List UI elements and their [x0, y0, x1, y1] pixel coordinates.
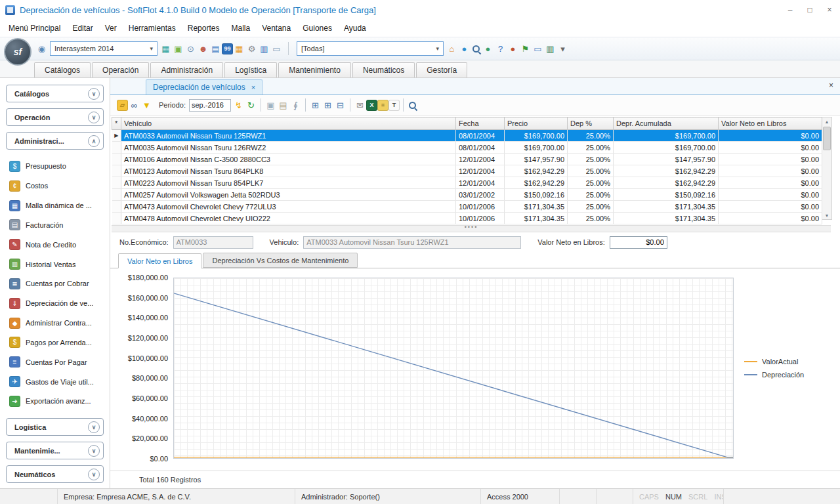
menu-item-ayuda[interactable]: Ayuda	[338, 22, 372, 35]
bug-icon[interactable]: ●	[507, 43, 519, 54]
help-icon[interactable]: ?	[494, 43, 507, 54]
clock-icon[interactable]: ⊙	[184, 43, 197, 54]
schedule-icon[interactable]: ▦	[233, 43, 245, 54]
number-99-icon[interactable]: 99	[222, 43, 233, 54]
menu-item-malla[interactable]: Malla	[225, 22, 256, 35]
chevron-down-icon[interactable]: ∨	[88, 88, 100, 100]
table-row[interactable]: ATM0223 Automovil Nissan Tsuru 854PLK712…	[112, 177, 822, 189]
sidebar-item-historial-ventas[interactable]: ▥Historial Ventas	[6, 259, 104, 270]
gear-icon[interactable]: ⚙	[245, 43, 258, 54]
ribbon-tab-mantenimiento[interactable]: Mantenimiento	[278, 62, 351, 77]
home-icon[interactable]: ⌂	[446, 43, 458, 54]
panel-close-icon[interactable]: ×	[829, 81, 833, 90]
users-icon[interactable]: ☻	[197, 43, 209, 54]
grid-marker-header[interactable]: *	[112, 117, 121, 130]
sidebar-section-mantenimie[interactable]: Mantenimie...∨	[6, 442, 104, 459]
monitor-icon[interactable]: ▭	[270, 43, 283, 54]
close-button[interactable]: ×	[824, 5, 835, 14]
library-icon[interactable]: ▥	[544, 43, 556, 54]
grid-vertical-scrollbar[interactable]: ▲ ▼	[822, 117, 832, 220]
ribbon-tab-gestoría[interactable]: Gestoría	[416, 62, 467, 77]
apply-lightning-icon[interactable]: ↯	[232, 99, 245, 111]
sidebar-item-facturación[interactable]: ▤Facturación	[6, 219, 104, 230]
menu-item-herramientas[interactable]: Herramientas	[123, 22, 182, 35]
menu-item-ventana[interactable]: Ventana	[256, 22, 297, 35]
menu-item-ver[interactable]: Ver	[99, 22, 123, 35]
sidebar-item-nota-de-credito[interactable]: ✎Nota de Credito	[6, 239, 104, 250]
tab-depreciacion-vehiculos[interactable]: Depreciación de vehículos ×	[146, 79, 262, 94]
image-icon[interactable]: ▣	[264, 99, 277, 111]
chart-tab-valor-neto-en-libros[interactable]: Valor Neto en Libros	[118, 253, 201, 268]
tree-collapse-icon[interactable]: ⊟	[334, 99, 346, 111]
session-status-icon[interactable]: ◉	[35, 43, 48, 54]
refresh-icon[interactable]: ↻	[245, 99, 257, 111]
column-header-dep[interactable]: Dep %	[568, 117, 614, 130]
sidebar-item-presupuesto[interactable]: $Presupuesto	[6, 161, 104, 172]
chevron-down-icon[interactable]: ∨	[88, 445, 100, 457]
photo-icon[interactable]: ▣	[172, 43, 184, 54]
ribbon-tab-operación[interactable]: Operación	[92, 62, 149, 77]
txt-export-icon[interactable]: T	[388, 100, 400, 111]
open-folder-icon[interactable]: ▱	[117, 100, 128, 111]
mail-icon[interactable]: ✉	[354, 99, 366, 111]
sidebar-section-logistica[interactable]: Logistica∨	[6, 418, 104, 436]
chevron-up-icon[interactable]: ∧	[88, 135, 100, 147]
table-row[interactable]: ATM0106 Automovil Nissan C-3500 2880CC31…	[112, 154, 822, 165]
ribbon-tab-neumáticos[interactable]: Neumáticos	[352, 62, 415, 77]
scroll-up-icon[interactable]: ▲	[825, 117, 830, 125]
flag-icon[interactable]: ⚑	[519, 43, 532, 54]
preview-icon[interactable]	[407, 100, 418, 111]
restore-button[interactable]: □	[805, 5, 815, 14]
sidebar-item-pagos-por-arrenda[interactable]: $Pagos por Arrenda...	[6, 337, 104, 348]
chevron-down-icon[interactable]: ∨	[88, 421, 100, 433]
columns-icon[interactable]: ▥	[258, 43, 270, 54]
scroll-down-icon[interactable]: ▼	[825, 211, 830, 219]
menu-item-guiones[interactable]: Guiones	[297, 22, 338, 35]
tree-add-icon[interactable]: ⊞	[322, 99, 334, 111]
notes-icon[interactable]: ≡	[377, 100, 388, 111]
table-row[interactable]: ATM0473 Automovil Chevrolet Chevy 772ULU…	[112, 201, 822, 213]
filter-icon[interactable]: ▼	[140, 99, 153, 111]
sidebar-item-malla-dinámica-de[interactable]: ▦Malla dinámica de ...	[6, 200, 104, 211]
sidebar-item-cuentas-por-cobrar[interactable]: ≣Cuentas por Cobrar	[6, 278, 104, 289]
sidebar-item-cuentas-por-pagar[interactable]: ≡Cuentas Por Pagar	[6, 356, 104, 368]
chevron-down-icon[interactable]: ∨	[88, 469, 100, 480]
table-row[interactable]: ATM0478 Automovil Chevrolet Chevy UIO222…	[112, 213, 822, 224]
excel-export-icon[interactable]: X	[366, 100, 377, 111]
company-select[interactable]: Interasystem 2014 ▾	[50, 41, 158, 56]
search-page-icon[interactable]	[471, 43, 482, 54]
clipboard-icon[interactable]: ▤	[277, 99, 289, 111]
vehiculo-field[interactable]	[303, 236, 521, 249]
ribbon-tab-logística[interactable]: Logística	[224, 62, 277, 77]
column-header-precio[interactable]: Precio	[505, 117, 568, 130]
menu-item-menú-principal[interactable]: Menú Principal	[3, 22, 66, 35]
sidebar-section-operación[interactable]: Operación∨	[6, 108, 104, 126]
chevron-down-icon[interactable]: ∨	[88, 112, 100, 123]
network-globe-icon[interactable]: ●	[482, 43, 494, 54]
support-monitor-icon[interactable]: ▭	[532, 43, 544, 54]
sidebar-section-catálogos[interactable]: Catálogos∨	[6, 85, 104, 102]
table-row[interactable]: ATM0257 Automovil Volkswagen Jetta 502RD…	[112, 189, 822, 201]
attachment-icon[interactable]: ∮	[289, 99, 302, 111]
sidebar-item-administrar-contra[interactable]: ◆Administrar Contra...	[6, 318, 104, 329]
menu-item-reportes[interactable]: Reportes	[182, 22, 226, 35]
add-document-icon[interactable]: ▤	[209, 43, 222, 54]
column-header-vehículo[interactable]: Vehículo	[121, 117, 456, 130]
no-economico-field[interactable]	[173, 236, 253, 249]
valor-neto-field[interactable]	[610, 236, 667, 249]
tree-expand-icon[interactable]: ⊞	[309, 99, 322, 111]
sidebar-item-exportación-avanz[interactable]: ➔Exportación avanz...	[6, 396, 104, 407]
table-row[interactable]: ATM0035 Automovil Nissan Tsuru 126RWZ208…	[112, 142, 822, 154]
sidebar-section-administraci[interactable]: Administraci...∧	[6, 132, 104, 150]
sidebar-item-depreciación-de-ve[interactable]: ⇓Depreciación de ve...	[6, 298, 104, 309]
tab-close-icon[interactable]: ×	[251, 83, 255, 91]
grid-splitter[interactable]	[112, 225, 831, 232]
column-header-depr-acumulada[interactable]: Depr. Acumulada	[614, 117, 719, 130]
column-header-valor-neto-en-libros[interactable]: Valor Neto en Libros	[719, 117, 822, 130]
binoculars-icon[interactable]: ∞	[128, 99, 140, 111]
column-header-fecha[interactable]: Fecha	[456, 117, 505, 130]
table-row[interactable]: ▶ATM0033 Automovil Nissan Tsuru 125RWZ10…	[112, 130, 822, 142]
scroll-thumb[interactable]	[823, 127, 831, 150]
ribbon-tab-catálogos[interactable]: Catálogos	[34, 62, 91, 77]
minimize-button[interactable]: –	[785, 5, 795, 14]
